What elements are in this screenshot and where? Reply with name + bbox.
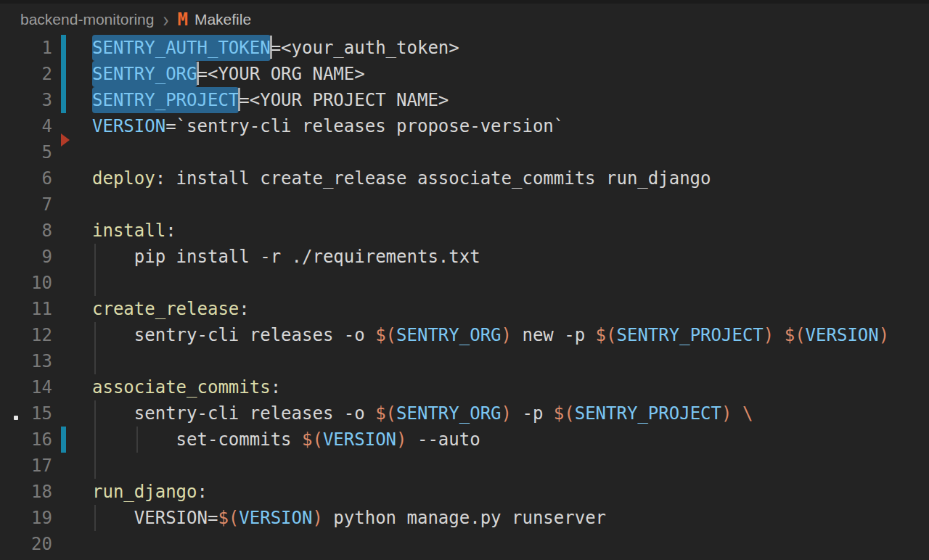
stray-dot (14, 416, 18, 420)
code-token: ) (502, 325, 512, 345)
code-token: ) (721, 403, 732, 424)
modified-gutter-bar (61, 35, 66, 113)
indent-guide (94, 270, 96, 296)
line-content (52, 348, 929, 374)
line-number: 19 (0, 505, 52, 531)
line-number: 11 (0, 296, 52, 322)
code-token: SENTRY_ORG (396, 403, 502, 424)
code-line[interactable]: 7 (0, 192, 929, 218)
indent-guide (94, 505, 96, 531)
code-token: new -p (512, 325, 596, 345)
code-token: : (239, 299, 249, 319)
line-number: 3 (0, 87, 52, 113)
code-editor[interactable]: 1SENTRY_AUTH_TOKEN=<your_auth_token>2SEN… (0, 35, 929, 557)
line-content: sentry-cli releases -o $(SENTRY_ORG) -p … (52, 400, 929, 427)
line-number: 18 (0, 479, 52, 505)
line-number: 13 (0, 348, 52, 374)
code-token: : (165, 221, 176, 241)
line-content: deploy: install create_release associate… (52, 165, 929, 192)
line-content (52, 453, 929, 479)
code-line[interactable]: 5 (0, 139, 929, 165)
code-token: install (92, 221, 165, 241)
indent-guide (94, 400, 96, 427)
breadcrumb: backend-monitoring › M Makefile (0, 4, 929, 35)
code-token: =<YOUR ORG NAME> (197, 64, 365, 84)
code-line[interactable]: 3SENTRY_PROJECT=<YOUR PROJECT NAME> (0, 87, 929, 113)
code-line[interactable]: 16 set-commits $(VERSION) --auto (0, 427, 929, 453)
code-line[interactable]: 10 (0, 270, 929, 296)
code-token (774, 325, 784, 345)
code-token: $( (785, 325, 806, 345)
code-line[interactable]: 14associate_commits: (0, 374, 929, 400)
chevron-right-icon: › (163, 10, 168, 28)
code-token: pip install -r ./requirements.txt (134, 247, 480, 267)
line-number: 17 (0, 453, 52, 479)
code-token: associate_commits (92, 377, 271, 398)
line-content: VERSION=`sentry-cli releases propose-ver… (52, 113, 929, 139)
indent-guide (94, 427, 96, 453)
line-number: 6 (0, 165, 52, 192)
code-token: deploy (92, 168, 155, 189)
code-token: SENTRY_AUTH_TOKEN (92, 35, 271, 61)
code-token: $( (218, 508, 239, 528)
code-token: -p (512, 403, 554, 424)
code-line[interactable]: 15 sentry-cli releases -o $(SENTRY_ORG) … (0, 400, 929, 427)
code-line[interactable]: 2SENTRY_ORG=<YOUR ORG NAME> (0, 61, 929, 87)
code-token: --auto (407, 429, 480, 450)
code-token: SENTRY_PROJECT (617, 325, 764, 345)
vscode-editor-window: backend-monitoring › M Makefile 1SENTRY_… (0, 0, 929, 557)
code-line[interactable]: 13 (0, 348, 929, 374)
code-token: SENTRY_ORG (92, 61, 197, 87)
code-token: VERSION (323, 429, 396, 450)
code-token: $( (375, 325, 396, 345)
code-token: ) (764, 325, 774, 345)
code-line[interactable]: 18run_django: (0, 479, 929, 505)
line-content (52, 270, 929, 296)
line-number: 8 (0, 218, 52, 244)
code-token: sentry-cli releases -o (134, 325, 375, 345)
line-content (52, 531, 929, 557)
code-token: VERSION= (134, 508, 218, 528)
code-token: ) (502, 403, 512, 424)
line-number: 14 (0, 374, 52, 400)
code-line[interactable]: 1SENTRY_AUTH_TOKEN=<your_auth_token> (0, 35, 929, 61)
code-token: $( (375, 403, 396, 424)
breadcrumb-folder[interactable]: backend-monitoring (20, 11, 154, 28)
code-line[interactable]: 8install: (0, 218, 929, 244)
code-line[interactable]: 9 pip install -r ./requirements.txt (0, 244, 929, 270)
code-line[interactable]: 12 sentry-cli releases -o $(SENTRY_ORG) … (0, 322, 929, 348)
breadcrumb-file[interactable]: Makefile (195, 11, 251, 28)
code-token: =`sentry-cli releases propose-version` (165, 116, 564, 136)
line-content: pip install -r ./requirements.txt (52, 244, 929, 270)
code-line[interactable]: 19 VERSION=$(VERSION) python manage.py r… (0, 505, 929, 531)
code-line[interactable]: 20 (0, 531, 929, 557)
line-content: associate_commits: (52, 374, 929, 400)
code-token: VERSION (92, 116, 165, 136)
line-number: 5 (0, 139, 52, 165)
code-token: VERSION (239, 508, 312, 528)
code-line[interactable]: 17 (0, 453, 929, 479)
line-number: 2 (0, 61, 52, 87)
line-number: 15 (0, 400, 52, 427)
code-token (732, 403, 742, 424)
code-token: =<your_auth_token> (271, 38, 459, 58)
line-content: set-commits $(VERSION) --auto (52, 427, 929, 453)
code-token: $( (596, 325, 617, 345)
line-content (52, 139, 929, 165)
line-content: VERSION=$(VERSION) python manage.py runs… (52, 505, 929, 531)
code-token: ) (396, 429, 406, 450)
red-arrow-marker (61, 133, 70, 147)
code-line[interactable]: 4VERSION=`sentry-cli releases propose-ve… (0, 113, 929, 139)
line-content: install: (52, 218, 929, 244)
code-line[interactable]: 11create_release: (0, 296, 929, 322)
indent-guide (94, 244, 96, 270)
indent-guide (94, 453, 96, 479)
line-content: create_release: (52, 296, 929, 322)
code-line[interactable]: 6deploy: install create_release associat… (0, 165, 929, 192)
code-token: sentry-cli releases -o (134, 403, 375, 424)
code-token: : install create_release associate_commi… (155, 168, 711, 189)
code-token: SENTRY_PROJECT (575, 403, 721, 424)
line-number: 20 (0, 531, 52, 557)
indent-guide (94, 348, 96, 374)
code-token: run_django (92, 482, 197, 502)
